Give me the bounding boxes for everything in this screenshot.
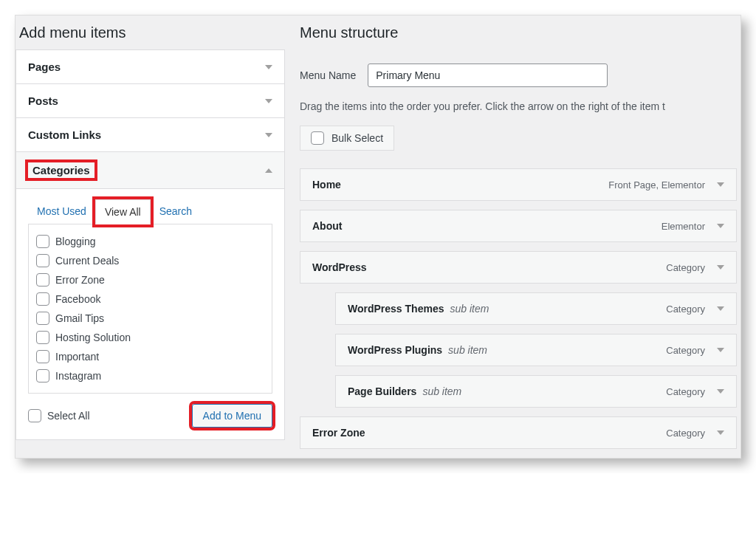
menu-item-wordpress[interactable]: WordPress Category xyxy=(300,251,737,284)
menu-structure-panel: Menu structure Menu Name Drag the items … xyxy=(296,16,740,458)
category-label: Important xyxy=(55,351,99,363)
chevron-down-icon xyxy=(265,133,272,137)
select-all[interactable]: Select All xyxy=(28,409,90,422)
chevron-down-icon[interactable] xyxy=(717,265,724,270)
category-tabs: Most Used View All Search xyxy=(28,199,272,224)
tab-most-used[interactable]: Most Used xyxy=(28,199,95,224)
menu-item-title: WordPress Plugins xyxy=(348,344,442,356)
accordion-custom-links[interactable]: Custom Links xyxy=(16,117,285,152)
select-all-label: Select All xyxy=(47,410,90,422)
menu-item-type: Category xyxy=(666,345,705,356)
sub-item-label: sub item xyxy=(448,344,487,356)
chevron-down-icon xyxy=(265,65,272,69)
menu-item-wordpress-plugins[interactable]: WordPress Plugins sub item Category xyxy=(335,334,737,366)
drag-instruction: Drag the items into the order you prefer… xyxy=(296,100,740,126)
menu-item-error-zone[interactable]: Error Zone Category xyxy=(300,416,737,449)
accordion-label: Posts xyxy=(28,95,58,107)
menu-item-home[interactable]: Home Front Page, Elementor xyxy=(300,168,737,201)
categories-content: Most Used View All Search Blogging Curre… xyxy=(16,199,284,439)
chevron-up-icon xyxy=(265,168,272,173)
category-list[interactable]: Blogging Current Deals Error Zone Facebo… xyxy=(28,224,272,394)
accordion-label: Custom Links xyxy=(28,128,101,141)
menu-name-row: Menu Name xyxy=(296,50,740,100)
checkbox[interactable] xyxy=(36,273,49,287)
menu-item-title: Error Zone xyxy=(312,427,365,439)
checkbox[interactable] xyxy=(36,254,49,267)
category-label: Gmail Tips xyxy=(55,312,104,324)
menu-editor-container: Add menu items Pages Posts Custom Links … xyxy=(15,15,741,459)
category-item[interactable]: Blogging xyxy=(36,232,264,251)
category-item[interactable]: Facebook xyxy=(36,289,264,309)
chevron-down-icon[interactable] xyxy=(717,182,724,187)
menu-item-type: Category xyxy=(666,386,705,397)
category-item[interactable]: Important xyxy=(36,347,264,366)
checkbox[interactable] xyxy=(36,235,49,248)
menu-name-label: Menu Name xyxy=(300,69,356,81)
menu-item-title: Home xyxy=(312,179,341,191)
accordion-label: Pages xyxy=(28,61,61,73)
tab-search[interactable]: Search xyxy=(151,199,201,224)
category-item[interactable]: Error Zone xyxy=(36,270,264,289)
add-menu-items-panel: Add menu items Pages Posts Custom Links … xyxy=(16,16,285,458)
accordion-label: Categories xyxy=(28,162,94,178)
menu-item-wordpress-themes[interactable]: WordPress Themes sub item Category xyxy=(335,292,737,325)
sub-item-label: sub item xyxy=(422,385,461,397)
menu-item-title: Page Builders xyxy=(348,385,416,397)
category-item[interactable]: Hosting Solution xyxy=(36,328,264,347)
menu-item-type: Category xyxy=(666,303,705,315)
bulk-select-label: Bulk Select xyxy=(331,132,383,144)
menu-name-input[interactable] xyxy=(368,64,608,87)
category-item[interactable]: Instagram xyxy=(36,366,264,385)
category-label: Instagram xyxy=(55,370,101,382)
chevron-down-icon[interactable] xyxy=(717,224,724,228)
category-item[interactable]: Gmail Tips xyxy=(36,309,264,328)
menu-item-page-builders[interactable]: Page Builders sub item Category xyxy=(335,375,737,408)
chevron-down-icon[interactable] xyxy=(717,430,724,435)
category-label: Current Deals xyxy=(55,255,119,267)
checkbox[interactable] xyxy=(28,409,41,422)
sub-item-label: sub item xyxy=(450,303,489,315)
menu-item-type: Elementor xyxy=(662,221,705,232)
checkbox[interactable] xyxy=(36,331,49,344)
checkbox[interactable] xyxy=(36,350,49,363)
chevron-down-icon[interactable] xyxy=(717,389,724,394)
menu-item-about[interactable]: About Elementor xyxy=(300,210,737,242)
chevron-down-icon[interactable] xyxy=(717,348,724,352)
checkbox[interactable] xyxy=(36,292,49,306)
menu-item-type: Category xyxy=(666,428,705,439)
checkbox[interactable] xyxy=(36,369,49,383)
add-menu-items-title: Add menu items xyxy=(16,16,285,50)
category-item[interactable]: Current Deals xyxy=(36,251,264,270)
menu-item-type: Category xyxy=(666,262,705,273)
accordion-pages[interactable]: Pages xyxy=(16,49,285,84)
checkbox[interactable] xyxy=(36,312,49,325)
checkbox[interactable] xyxy=(311,131,324,145)
category-label: Error Zone xyxy=(55,274,105,286)
chevron-down-icon xyxy=(265,99,272,103)
bulk-select[interactable]: Bulk Select xyxy=(300,126,394,151)
tab-view-all[interactable]: View All xyxy=(95,199,151,224)
menu-item-type: Front Page, Elementor xyxy=(608,179,705,191)
menu-item-title: WordPress xyxy=(312,261,367,273)
category-label: Facebook xyxy=(55,293,100,305)
menu-item-title: About xyxy=(312,220,342,232)
accordion-posts[interactable]: Posts xyxy=(16,83,285,118)
menu-item-title: WordPress Themes xyxy=(348,303,444,315)
category-footer: Select All Add to Menu xyxy=(28,394,272,428)
chevron-down-icon[interactable] xyxy=(717,306,724,311)
menu-structure-title: Menu structure xyxy=(296,16,740,50)
accordion-categories[interactable]: Categories Most Used View All Search Blo… xyxy=(16,151,285,440)
add-to-menu-button[interactable]: Add to Menu xyxy=(192,404,272,428)
menu-items-list: Home Front Page, Elementor About Element… xyxy=(296,168,740,449)
category-label: Hosting Solution xyxy=(55,332,131,343)
category-label: Blogging xyxy=(55,236,96,247)
